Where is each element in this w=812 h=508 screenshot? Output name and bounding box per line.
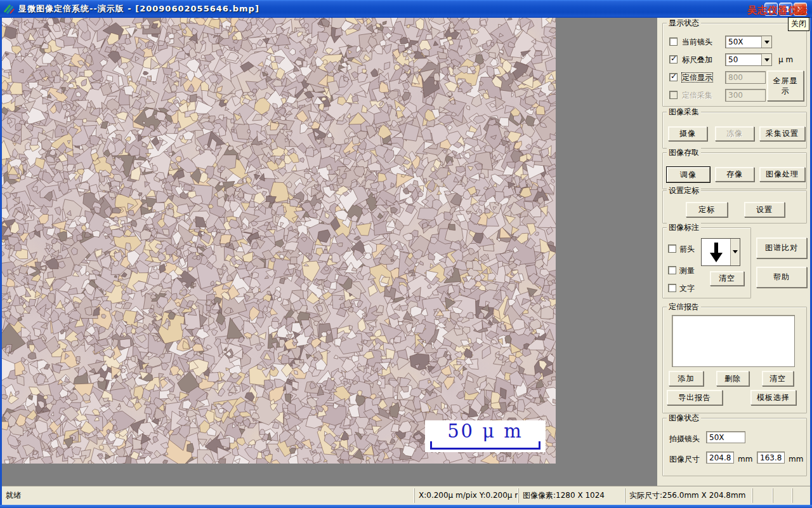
group-report: 定倍报告 添加 删除 清空 导出报告 模板选择 — [662, 307, 807, 413]
image-height-input[interactable] — [757, 451, 785, 464]
group-display-status: 显示状态 当前镜头 50X 标尺叠加 50 μ m 定倍显示 定倍采集 全屏显示 — [662, 23, 807, 107]
group-image-status-title: 图像状态 — [667, 413, 701, 422]
report-add-button[interactable]: 添加 — [669, 371, 704, 386]
scale-overlay-value: 50 — [726, 54, 761, 65]
current-lens-combo[interactable]: 50X — [725, 36, 772, 48]
scalebar-label: 50 μ m — [425, 420, 546, 442]
application-window: { "window": { "title": "显微图像定倍系统--演示版 - … — [0, 0, 812, 508]
image-height-unit: mm — [789, 455, 803, 464]
group-image-capture-title: 图像采集 — [667, 107, 701, 116]
atlas-compare-button[interactable]: 图谱比对 — [756, 237, 807, 258]
save-image-button[interactable]: 存像 — [715, 167, 754, 182]
control-panel: 显示状态 当前镜头 50X 标尺叠加 50 μ m 定倍显示 定倍采集 全屏显示 — [657, 18, 810, 486]
dropdown-arrow-icon — [764, 58, 769, 62]
help-button[interactable]: 帮助 — [756, 267, 807, 288]
restore-icon — [783, 6, 789, 12]
dropdown-arrow-icon — [733, 250, 738, 253]
client-area: 50 μ m 显示状态 当前镜头 50X 标尺叠加 50 μ m — [2, 18, 810, 486]
group-report-title: 定倍报告 — [667, 302, 701, 311]
scalebar-tick-left — [430, 441, 432, 450]
scalebar-tick-right — [539, 441, 540, 450]
lens-label: 拍摄镜头 — [669, 434, 700, 444]
lens-value-input[interactable] — [706, 431, 745, 443]
status-empty-2 — [773, 488, 791, 503]
report-template-button[interactable]: 模板选择 — [750, 390, 796, 405]
annotation-clear-button[interactable]: 清空 — [710, 271, 744, 286]
restore-button[interactable] — [779, 3, 792, 16]
group-image-capture: 图像采集 摄像 冻像 采集设置 — [662, 112, 807, 149]
capture-settings-button[interactable]: 采集设置 — [759, 126, 805, 141]
report-export-button[interactable]: 导出报告 — [667, 390, 723, 405]
micrograph-image[interactable] — [2, 18, 556, 464]
scale-overlay-dropdown-button[interactable] — [761, 54, 771, 65]
image-process-button[interactable]: 图像处理 — [759, 167, 805, 182]
scale-overlay-label: 标尺叠加 — [682, 55, 712, 64]
image-width-unit: mm — [738, 455, 752, 464]
text-checkbox-label: 文字 — [679, 284, 695, 293]
close-button[interactable]: ✕ — [794, 3, 807, 16]
statusbar: 就绪 X:0.200μ m/pix Y:0.200μ m/pix 图像像素:12… — [2, 486, 810, 505]
dropdown-arrow-icon — [764, 41, 769, 44]
close-tooltip: 关闭 — [788, 17, 809, 31]
status-ready: 就绪 — [2, 488, 414, 503]
arrow-down-icon — [709, 241, 723, 263]
group-image-status: 图像状态 拍摄镜头 图像尺寸 mm mm — [662, 418, 807, 476]
fixed-capture-label: 定倍采集 — [682, 91, 712, 100]
fixed-display-checkbox[interactable] — [669, 73, 678, 81]
status-resolution: X:0.200μ m/pix Y:0.200μ m/pix — [414, 488, 518, 503]
group-calibration-title: 设置定标 — [667, 186, 701, 195]
group-display-status-title: 显示状态 — [667, 18, 701, 27]
group-annotation: 图像标注 箭头 测量 清空 文字 — [662, 227, 751, 298]
window-border-bottom — [0, 505, 812, 508]
minimize-button[interactable] — [764, 3, 778, 16]
micrograph-viewport[interactable]: 50 μ m — [2, 18, 556, 464]
image-width-input[interactable] — [706, 451, 734, 464]
freeze-button: 冻像 — [715, 126, 754, 141]
scale-overlay-combo[interactable]: 50 — [725, 53, 772, 66]
close-icon: ✕ — [794, 3, 806, 15]
current-lens-dropdown-button[interactable] — [761, 36, 771, 48]
arrow-style-preview — [702, 239, 730, 265]
report-listbox[interactable] — [672, 315, 795, 367]
fullscreen-button[interactable]: 全屏显示 — [767, 70, 804, 101]
text-checkbox[interactable] — [668, 284, 676, 292]
report-clear-button[interactable]: 清空 — [762, 371, 794, 386]
measure-checkbox-label: 测量 — [679, 266, 695, 275]
arrow-style-dropdown-button[interactable] — [730, 239, 740, 265]
scalebar-overlay: 50 μ m — [425, 420, 546, 452]
arrow-checkbox-label: 箭头 — [679, 244, 695, 253]
status-empty-3 — [792, 488, 810, 503]
report-delete-button[interactable]: 删除 — [716, 371, 749, 386]
minimize-icon — [768, 11, 773, 13]
calibration-settings-button[interactable]: 设置 — [744, 202, 785, 217]
group-image-storage: 图像存取 调像 存像 图像处理 — [662, 152, 807, 189]
capture-button[interactable]: 摄像 — [668, 126, 707, 141]
group-calibration: 设置定标 定标 设置 — [662, 190, 807, 224]
scalebar-line — [430, 448, 540, 450]
image-size-label: 图像尺寸 — [669, 454, 700, 465]
status-empty-1 — [752, 488, 771, 503]
scale-overlay-unit: μ m — [778, 55, 793, 64]
arrow-style-combo[interactable] — [701, 238, 740, 266]
window-border-left — [0, 18, 2, 508]
fixed-display-label: 定倍显示 — [682, 73, 712, 82]
fixed-capture-checkbox — [669, 91, 678, 99]
status-pixels: 图像像素:1280 X 1024 — [518, 488, 625, 503]
current-lens-checkbox[interactable] — [669, 37, 678, 46]
calibrate-button[interactable]: 定标 — [686, 202, 728, 217]
load-image-button[interactable]: 调像 — [667, 167, 710, 182]
scale-overlay-checkbox[interactable] — [669, 55, 678, 64]
measure-checkbox[interactable] — [668, 266, 676, 274]
status-actual-size: 实际尺寸:256.0mm X 204.8mm — [625, 488, 750, 503]
group-annotation-title: 图像标注 — [667, 223, 701, 232]
window-title: 显微图像定倍系统--演示版 - [20090602055646.bmp] — [18, 3, 259, 15]
fixed-display-input — [725, 71, 766, 84]
titlebar: 显微图像定倍系统--演示版 - [20090602055646.bmp] ✕ — [0, 0, 812, 18]
current-lens-label: 当前镜头 — [682, 37, 712, 46]
arrow-checkbox[interactable] — [668, 244, 676, 253]
app-logo-icon — [4, 3, 15, 15]
group-image-storage-title: 图像存取 — [667, 148, 701, 157]
fixed-capture-input — [725, 89, 766, 102]
current-lens-value: 50X — [726, 36, 761, 48]
